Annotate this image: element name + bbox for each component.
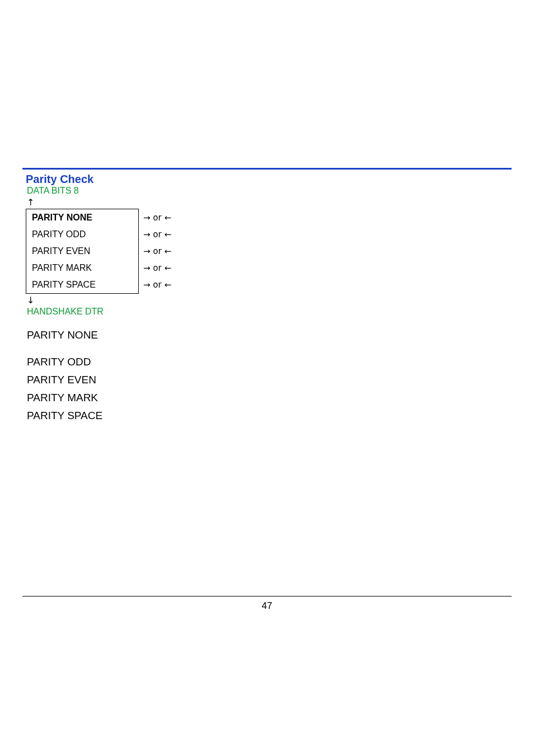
menu-item-parity-space[interactable]: PARITY SPACE bbox=[26, 276, 139, 294]
section-title: Parity Check bbox=[26, 173, 512, 186]
desc-parity-space: PARITY SPACE bbox=[27, 410, 512, 422]
up-arrow-icon: ↑ bbox=[27, 197, 512, 208]
desc-parity-even: PARITY EVEN bbox=[27, 374, 512, 386]
down-arrow-icon: ↓ bbox=[27, 295, 512, 306]
menu-item-parity-none[interactable]: PARITY NONE bbox=[26, 209, 139, 227]
menu-item-parity-odd[interactable]: PARITY ODD bbox=[26, 226, 139, 243]
next-menu-link[interactable]: HANDSHAKE DTR bbox=[27, 307, 512, 317]
page-number: 47 bbox=[0, 600, 534, 612]
section-divider bbox=[22, 168, 512, 170]
menu-action-hint: → or ← bbox=[139, 226, 176, 243]
menu-action-hint: → or ← bbox=[139, 209, 176, 227]
menu-action-hint: → or ← bbox=[139, 260, 176, 276]
menu-item-parity-even[interactable]: PARITY EVEN bbox=[26, 243, 139, 260]
parity-menu-table: PARITY NONE → or ← PARITY ODD → or ← PAR… bbox=[26, 209, 176, 294]
menu-row: PARITY SPACE → or ← bbox=[26, 276, 176, 294]
menu-action-hint: → or ← bbox=[139, 243, 176, 260]
menu-row: PARITY MARK → or ← bbox=[26, 260, 176, 276]
menu-item-parity-mark[interactable]: PARITY MARK bbox=[26, 260, 139, 276]
menu-row: PARITY ODD → or ← bbox=[26, 226, 176, 243]
menu-row: PARITY NONE → or ← bbox=[26, 209, 176, 227]
desc-parity-odd: PARITY ODD bbox=[27, 356, 512, 368]
menu-row: PARITY EVEN → or ← bbox=[26, 243, 176, 260]
description-block: PARITY NONE PARITY ODD PARITY EVEN PARIT… bbox=[27, 329, 512, 422]
desc-parity-none: PARITY NONE bbox=[27, 329, 512, 341]
menu-action-hint: → or ← bbox=[139, 276, 176, 294]
footer-rule bbox=[22, 596, 512, 597]
prev-menu-link[interactable]: DATA BITS 8 bbox=[27, 186, 512, 196]
desc-parity-mark: PARITY MARK bbox=[27, 392, 512, 404]
